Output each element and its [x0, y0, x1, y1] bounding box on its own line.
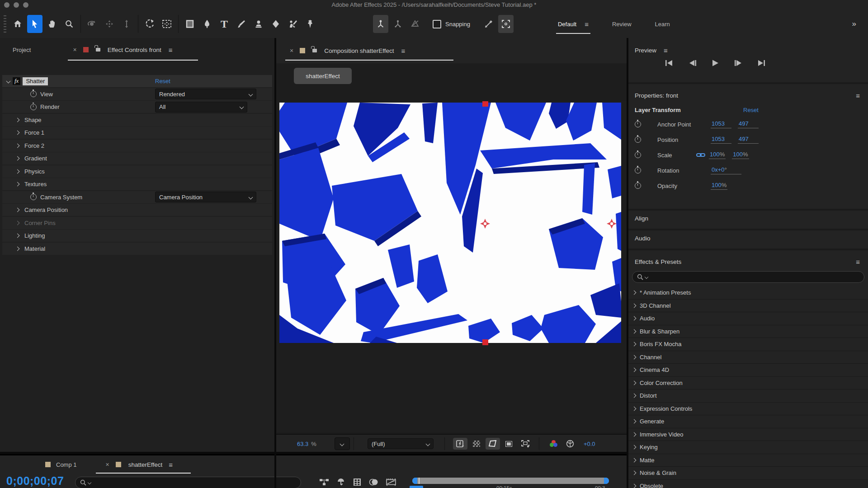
transparency-grid-icon[interactable]: [469, 438, 484, 450]
world-axis-mode-icon[interactable]: [390, 15, 406, 33]
snap-guides-icon[interactable]: [481, 15, 496, 33]
puppet-pin-tool-icon[interactable]: [302, 15, 318, 33]
effect-group-shape[interactable]: Shape: [2, 114, 272, 126]
panel-divider[interactable]: [627, 38, 628, 488]
anchor-y-value[interactable]: 497: [738, 120, 759, 128]
pen-tool-icon[interactable]: [199, 15, 215, 33]
resolution-dropdown[interactable]: (Full): [368, 438, 434, 449]
workspace-tab-default[interactable]: Default ≡: [558, 10, 589, 38]
panel-menu-icon[interactable]: ≡: [401, 47, 406, 55]
stopwatch-icon[interactable]: [635, 152, 641, 158]
previous-frame-button[interactable]: [684, 60, 701, 68]
panel-menu-icon[interactable]: ≡: [169, 46, 173, 54]
scale-y-value[interactable]: 100%: [732, 151, 749, 159]
unlock-icon[interactable]: [96, 48, 100, 52]
go-to-start-button[interactable]: [661, 60, 677, 68]
workspace-tab-learn[interactable]: Learn: [655, 10, 670, 38]
stopwatch-icon[interactable]: [635, 121, 641, 127]
playhead-line[interactable]: [419, 478, 420, 484]
region-of-interest-icon[interactable]: [486, 438, 500, 450]
layer-bottom-handle[interactable]: [482, 339, 488, 345]
zoom-dropdown-chevron[interactable]: [335, 437, 350, 450]
tab-comp1[interactable]: Comp 1: [56, 461, 77, 468]
workspace-tab-review[interactable]: Review: [612, 10, 632, 38]
category-expression-controls[interactable]: Expression Controls: [628, 403, 868, 416]
tab-composition[interactable]: Composition shatterEffect: [324, 47, 394, 54]
panel-divider[interactable]: [0, 452, 627, 454]
camera-system-dropdown[interactable]: Camera Position: [155, 192, 256, 202]
secondary-anchor-crosshair[interactable]: [606, 218, 617, 229]
search-options-chevron[interactable]: [645, 275, 648, 279]
toolbar-grip[interactable]: [4, 15, 6, 33]
render-dropdown[interactable]: All: [155, 102, 247, 113]
roto-brush-tool-icon[interactable]: [285, 15, 301, 33]
play-button[interactable]: [708, 60, 723, 68]
tab-project[interactable]: Project: [13, 47, 31, 53]
camera-bounds-tool-icon[interactable]: [159, 15, 175, 33]
workspace-menu-icon[interactable]: ≡: [585, 20, 589, 28]
position-y-value[interactable]: 497: [738, 136, 759, 144]
pan-camera-tool-icon[interactable]: [102, 15, 117, 33]
mask-visibility-icon[interactable]: [502, 438, 516, 450]
effect-group-material[interactable]: Material: [2, 243, 272, 255]
position-x-value[interactable]: 1053: [711, 136, 731, 144]
category-channel[interactable]: Channel: [628, 351, 868, 364]
panel-menu-icon[interactable]: ≡: [664, 47, 668, 54]
rotation-value[interactable]: 0x+0°: [711, 166, 741, 174]
close-tab-icon[interactable]: ×: [290, 47, 293, 54]
effect-group-force2[interactable]: Force 2: [2, 140, 272, 152]
category-3d-channel[interactable]: 3D Channel: [628, 300, 868, 313]
home-tool-icon[interactable]: [10, 15, 25, 33]
audio-panel[interactable]: Audio: [628, 230, 868, 249]
stopwatch-icon[interactable]: [635, 183, 641, 189]
expand-chevron-icon[interactable]: [15, 117, 20, 122]
graph-editor-icon[interactable]: [386, 478, 396, 488]
exposure-shutter-icon[interactable]: [563, 438, 577, 450]
effect-group-camera-position[interactable]: Camera Position: [2, 204, 272, 216]
category-immersive-video[interactable]: Immersive Video: [628, 428, 868, 441]
category-color-correction[interactable]: Color Correction: [628, 377, 868, 390]
selection-tool-icon[interactable]: [27, 15, 42, 33]
expand-chevron-icon[interactable]: [15, 131, 20, 135]
expand-chevron-icon[interactable]: [15, 143, 20, 148]
category-audio[interactable]: Audio: [628, 312, 868, 325]
type-tool-icon[interactable]: T: [217, 15, 232, 33]
category-blur-sharpen[interactable]: Blur & Sharpen: [628, 325, 868, 338]
rotation-tool-icon[interactable]: [142, 15, 157, 33]
effects-search-input[interactable]: [632, 271, 864, 283]
panel-menu-icon[interactable]: ≡: [856, 258, 860, 266]
snapping-checkbox[interactable]: [433, 20, 441, 28]
effect-group-textures[interactable]: Textures: [2, 178, 272, 190]
category-generate[interactable]: Generate: [628, 415, 868, 428]
expand-chevron-icon[interactable]: [15, 208, 20, 212]
eraser-tool-icon[interactable]: [268, 15, 283, 33]
current-timecode[interactable]: 0;00;00;07: [6, 474, 64, 488]
timeline-search-input[interactable]: [75, 477, 301, 488]
search-options-chevron[interactable]: [88, 481, 91, 484]
opacity-value[interactable]: 100%: [711, 182, 727, 190]
category-boris-fx-mocha[interactable]: Boris FX Mocha: [628, 338, 868, 351]
next-frame-button[interactable]: [730, 60, 746, 68]
expand-chevron-icon[interactable]: [15, 156, 20, 161]
orbit-camera-tool-icon[interactable]: [85, 15, 100, 33]
effect-group-physics[interactable]: Physics: [2, 165, 272, 178]
layer-pill-button[interactable]: shatterEffect: [294, 68, 352, 84]
zoom-value[interactable]: 63.3: [297, 441, 308, 447]
rectangle-tool-icon[interactable]: [182, 15, 198, 33]
composition-viewport[interactable]: [276, 101, 627, 432]
expand-chevron-icon[interactable]: [15, 182, 20, 187]
brush-tool-icon[interactable]: [234, 15, 249, 33]
work-area-start-handle[interactable]: [412, 478, 417, 484]
scale-x-value[interactable]: 100%: [709, 151, 726, 159]
playhead-indicator[interactable]: [410, 486, 423, 488]
stopwatch-icon[interactable]: [30, 91, 37, 97]
expand-chevron-icon[interactable]: [15, 169, 20, 174]
effect-row-shatter[interactable]: fx Shatter Reset: [2, 75, 272, 87]
close-tab-icon[interactable]: ×: [73, 46, 76, 53]
fast-previews-icon[interactable]: [453, 438, 467, 450]
work-area-end-handle[interactable]: [604, 478, 609, 484]
exposure-value[interactable]: +0.0: [584, 441, 595, 447]
category-obsolete[interactable]: Obsolete: [628, 480, 868, 488]
shy-layers-icon[interactable]: [336, 478, 345, 488]
effect-name[interactable]: Shatter: [23, 77, 48, 85]
